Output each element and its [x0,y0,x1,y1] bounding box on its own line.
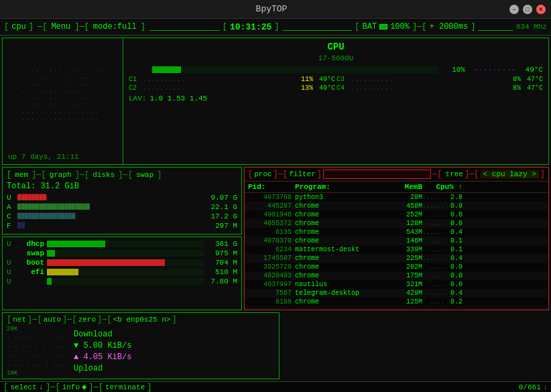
cpu-title: CPU [129,42,543,52]
net-panel: [ net ]─[ auto ]─[ zero ]─[ <b enp0s25 n… [2,312,280,379]
disks-tab[interactable]: disks [90,171,117,179]
content-area: ···· ···· ···· ··· ·· ···· ···· ···· ···… [0,36,551,381]
menu-button[interactable]: Menu [51,22,70,31]
mhz-label: 834 Mhz [516,23,547,31]
mem-row-f: F ██ 297 M [7,222,237,230]
table-row[interactable]: 4070370 chrome 146M .... 0.1 [245,237,548,245]
net-graph-dots-1: · ·· ·· · ·· ·· [7,334,67,340]
lav-row: LAV: 1.0 1.53 1.45 [129,94,543,103]
cpu-main-bar-fill [152,66,181,73]
cpu-left-panel: ···· ···· ···· ··· ·· ···· ···· ···· ···… [3,38,123,164]
close-button[interactable]: ✕ [536,5,546,14]
table-row[interactable]: 1745507 chrome 225M .... . 0.4 [245,254,548,263]
proc-header: [ proc ]─[ filter ] ─[ tree ]─[ < cpu la… [245,168,548,182]
table-row[interactable]: 6188 chrome 125M .... 0.2 [245,298,548,306]
proc-column-headers: Pid: Program: MemB Cpu% ↑ [245,182,548,193]
col-cpu: Cpu% ↑ [422,183,463,191]
top-bar: [ cpu ] ─[ Menu ]─[ mode:full ] [ 10:31:… [0,19,551,36]
window-title: BpyTOP [34,4,509,14]
net-download: Download [74,330,275,339]
core-c2-row: C2 .......... 13% 49°C [129,84,335,92]
table-row[interactable]: 7567 telegram-desktop 429M .... 0.4 [245,289,548,298]
interval-label: + 2000ms [430,22,469,31]
terminate-button[interactable]: terminate [105,383,145,391]
battery-icon [379,24,387,29]
status-area [282,312,550,379]
mem-tab[interactable]: mem [13,171,30,179]
scroll-down-icon: ↓ [543,383,548,392]
disks-panel: U dhcp 361 G swap 975 M [2,237,242,310]
cpu-right-panel: CPU i7-5600U 10% ········· 49°C C1 [123,38,548,164]
net-graph-dots-4: · ·· · ·· · ··· [7,363,67,369]
mem-total: Total: 31.2 GiB [7,182,237,191]
clock: 10:31:25 [230,22,271,32]
proc-count: 0/661 [519,383,541,391]
graph-tab[interactable]: graph [48,171,74,179]
table-row[interactable]: 4001946 chrome 252M .... 0.0 [245,210,548,219]
mem-row-a: A ████████████████████ 22.1 G [7,203,237,211]
table-row[interactable]: 4055372 chrome 128M .... 0.0 [245,219,548,228]
table-row[interactable]: 6234 mattermost-deskt 339M .... 0.1 [245,245,548,254]
cpu-activity-dots: ···· ···· ···· ··· ·· ···· ···· ···· ···… [21,68,103,123]
cpu-dots-visual: ···· ···· ···· ··· ·· ···· ···· ···· ···… [8,42,117,150]
bat-label: BAT [363,22,377,31]
cpu-model: i7-5600U [129,54,543,62]
table-row[interactable]: 4037997 nautilus 321M .... 0.0 [245,280,548,289]
disk-row-efi: U efi 510 M [7,268,237,276]
select-button[interactable]: select [10,383,37,391]
maximize-button[interactable]: □ [523,5,532,14]
cpu-main-temp: 49°C [519,66,543,74]
tree-button[interactable]: tree [446,170,463,178]
disk-row-dhcp: U dhcp 361 G [7,240,237,248]
minimize-button[interactable]: − [509,5,519,14]
uptime: up 7 days, 21:11 [8,153,117,161]
core-c1-row: C1 .......... 11% 49°C [129,76,335,83]
cpu-section: ···· ···· ···· ··· ·· ···· ···· ···· ···… [2,38,549,165]
table-row[interactable]: 4020493 chrome 175M .... 0.0 [245,271,548,280]
mem-panel: [ mem ]─[ graph ]─[ disks ]─[ swap ] Tot… [2,167,242,235]
swap-tab[interactable]: swap [134,171,156,179]
cpu-cores-grid: C1 .......... 11% 49°C C3 .......... 8% … [129,76,543,92]
cpu-main-pct: 10% [442,66,465,74]
col-pid: Pid: [248,183,295,191]
mode-label[interactable]: mode:full [93,22,137,31]
net-info: Download ▼ 5.00 KiB/s ▲ 4.05 KiB/s Uploa… [67,326,275,377]
disk-efi-bar [47,269,204,275]
proc-tab[interactable]: proc [254,170,271,178]
mem-row-u: U ████████ 9.07 G [7,194,237,202]
filter-tab[interactable]: filter [289,170,316,178]
core-c3-row: C3 .......... 8% 47°C [336,76,543,83]
cpu-menu-label[interactable]: cpu [11,22,26,31]
upload-label: Upload [74,364,103,373]
net-upload-label: ▲ 4.05 KiB/s [74,352,275,362]
mem-header: [ mem ]─[ graph ]─[ disks ]─[ swap ] [7,170,237,180]
lav-label: LAV: [129,94,146,103]
title-bar: BpyTOP − □ ✕ [0,0,551,19]
proc-list: 4073768 python3 28M .......... 2.8 44528… [245,193,548,310]
info-button[interactable]: info [62,383,80,391]
net-graph-dots-3: ·· · · ·· ·· ·· [7,353,67,359]
net-scale-bot: 10K [7,370,67,377]
net-graph-dots-2: · · ·· · · · ·· [7,344,67,350]
bottom-bar: [ net ]─[ auto ]─[ zero ]─[ <b enp0s25 n… [2,312,549,379]
mem-f-bar: ██ [17,222,198,229]
proc-filter-input[interactable] [323,170,431,179]
bat-pct: 100% [390,22,410,31]
table-row[interactable]: 6135 chrome 543M .......... 0.4 [245,228,548,237]
cpu-main-bar [152,66,438,73]
proc-panel: [ proc ]─[ filter ] ─[ tree ]─[ < cpu la… [244,167,549,310]
status-bar: [ select ↓ ]─[ info ◆ ]─[ terminate ] 0/… [0,381,551,392]
mem-row-c: C ████████████████ 17.2 G [7,212,237,220]
left-panel: [ mem ]─[ graph ]─[ disks ]─[ swap ] Tot… [2,167,242,310]
sort-button[interactable]: < cpu lazy > [481,170,539,178]
col-program: Program: [295,183,382,191]
net-upload: Upload [74,364,275,373]
table-row[interactable]: 4073768 python3 28M .......... 2.8 [245,193,548,202]
window-controls: − □ ✕ [509,5,546,14]
table-row[interactable]: 3925726 chrome 202M .... 0.0 [245,263,548,271]
net-graph: 20K · ·· ·· · ·· ·· · · ·· · · · ·· ·· ·… [7,326,67,377]
mem-a-bar: ████████████████████ [17,204,198,210]
table-row[interactable]: 445287 chrome 458M .......... 0.9 [245,202,548,210]
disk-row-extra: U 7.80 M [7,277,237,285]
disk-boot-bar [47,259,204,266]
